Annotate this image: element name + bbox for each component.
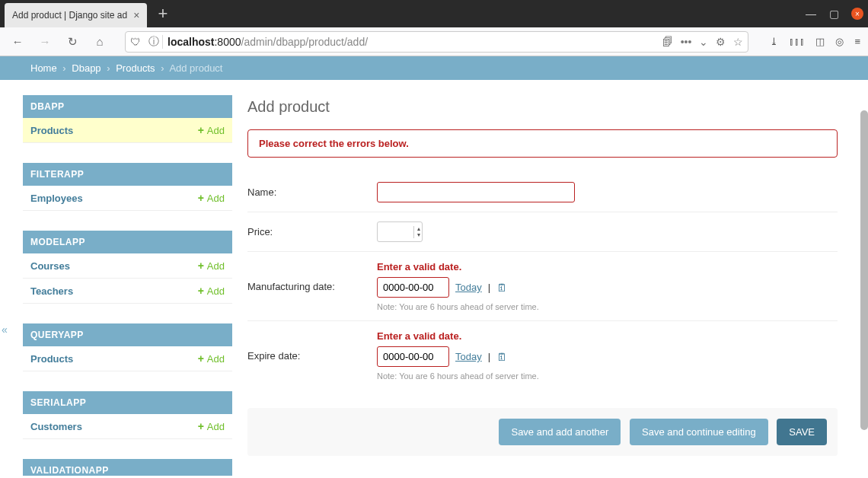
sidebar-item-label: Employees <box>30 193 83 204</box>
plus-icon: + <box>198 285 204 297</box>
sidebar-toggle-icon[interactable]: ◫ <box>815 36 825 47</box>
back-button[interactable]: ← <box>8 32 27 52</box>
tab-close-icon[interactable]: × <box>133 9 139 21</box>
scrollbar[interactable] <box>860 80 868 476</box>
sidebar-item-products[interactable]: Products +Add <box>23 118 232 143</box>
add-link[interactable]: +Add <box>198 124 225 136</box>
plus-icon: + <box>198 260 204 272</box>
scrollbar-thumb[interactable] <box>860 110 868 430</box>
spinner-icon[interactable]: ▴▾ <box>413 226 420 238</box>
label-mfg-date: Manufacturing date: <box>247 261 377 292</box>
sidebar-item-label: Courses <box>30 260 70 272</box>
sidebar-app-head[interactable]: VALIDATIONAPP <box>23 459 232 476</box>
sidebar-app-head[interactable]: FILTERAPP <box>23 163 232 186</box>
breadcrumb-current: Add product <box>169 62 222 74</box>
url-bar[interactable]: 🛡 ⓘ localhost:8000/admin/dbapp/product/a… <box>125 31 748 53</box>
mfg-date-input[interactable] <box>377 277 449 298</box>
content: « DBAPP Products +Add FILTERAPP Employee… <box>0 80 868 476</box>
sidebar-item-courses[interactable]: Courses +Add <box>23 253 232 279</box>
sidebar-item-label: Teachers <box>30 285 73 297</box>
add-link[interactable]: +Add <box>198 192 225 204</box>
sidebar-item-label: Products <box>30 353 73 365</box>
page: Home › Dbapp › Products › Add product « … <box>0 56 868 478</box>
form-row-price: Price: ▴▾ <box>247 212 838 252</box>
exp-today-link[interactable]: Today <box>455 351 482 362</box>
url-text: localhost:8000/admin/dbapp/product/add/ <box>168 36 368 48</box>
browser-toolbar: ← → ↻ ⌂ 🛡 ⓘ localhost:8000/admin/dbapp/p… <box>0 27 868 56</box>
add-link[interactable]: +Add <box>198 352 225 365</box>
download-icon[interactable]: ⤓ <box>770 36 778 47</box>
shield-icon[interactable]: 🛡 <box>130 36 141 48</box>
library-icon[interactable]: ⫿⫿⫿ <box>789 36 805 47</box>
label-price: Price: <box>247 221 377 237</box>
sidebar-item-teachers[interactable]: Teachers +Add <box>23 279 232 304</box>
home-button[interactable]: ⌂ <box>90 32 110 52</box>
form-row-name: Name: <box>247 173 838 212</box>
form-row-mfg-date: Manufacturing date: Enter a valid date. … <box>247 252 838 321</box>
error-exp-date: Enter a valid date. <box>377 330 838 342</box>
sidebar-item-products-query[interactable]: Products +Add <box>23 346 232 371</box>
sidebar-item-employees[interactable]: Employees +Add <box>23 186 232 211</box>
bookmark-icon[interactable]: ☆ <box>733 36 743 48</box>
sidebar-item-label: Customers <box>30 421 82 432</box>
tab-title: Add product | Django site ad <box>12 10 127 21</box>
forward-button[interactable]: → <box>35 32 55 52</box>
calendar-icon[interactable]: 🗓 <box>496 351 507 363</box>
window-minimize-icon[interactable]: — <box>806 8 816 19</box>
separator: | <box>488 282 490 293</box>
window-maximize-icon[interactable]: ▢ <box>828 8 839 19</box>
name-input[interactable] <box>377 182 575 202</box>
sidebar-item-customers[interactable]: Customers +Add <box>23 414 232 439</box>
mfg-today-link[interactable]: Today <box>455 282 482 293</box>
menu-icon[interactable]: ≡ <box>854 36 860 47</box>
price-input[interactable] <box>383 224 410 240</box>
browser-tabbar: Add product | Django site ad × + — ▢ × <box>0 0 868 27</box>
save-add-another-button[interactable]: Save and add another <box>499 419 621 445</box>
bug-icon[interactable]: ⚙ <box>716 36 726 48</box>
sidebar-app-serialapp: SERIALAPP Customers +Add <box>23 391 232 439</box>
browser-tab[interactable]: Add product | Django site ad × <box>5 3 147 27</box>
window-controls: — ▢ × <box>806 8 863 20</box>
new-tab-button[interactable]: + <box>158 5 168 22</box>
save-button[interactable]: SAVE <box>777 419 827 445</box>
breadcrumb-home[interactable]: Home <box>30 62 57 74</box>
add-link[interactable]: +Add <box>198 260 225 272</box>
toolbar-right-icons: ⤓ ⫿⫿⫿ ◫ ◎ ≡ <box>770 36 860 47</box>
page-title: Add product <box>247 98 838 116</box>
pocket-icon[interactable]: ⌄ <box>699 36 708 48</box>
sidebar-app-queryapp: QUERYAPP Products +Add <box>23 323 232 371</box>
breadcrumb-model[interactable]: Products <box>116 62 155 74</box>
sidebar-app-filterapp: FILTERAPP Employees +Add <box>23 163 232 211</box>
plus-icon: + <box>198 352 204 365</box>
exp-date-input[interactable] <box>377 346 449 367</box>
label-exp-date: Expire date: <box>247 330 377 362</box>
url-host: localhost <box>168 36 214 48</box>
form-row-exp-date: Expire date: Enter a valid date. Today |… <box>247 321 838 390</box>
price-stepper[interactable]: ▴▾ <box>377 221 423 242</box>
sidebar-app-dbapp: DBAPP Products +Add <box>23 95 232 143</box>
plus-icon: + <box>198 192 204 204</box>
error-note: Please correct the errors below. <box>247 129 838 158</box>
helptext-mfg: Note: You are 6 hours ahead of server ti… <box>377 302 838 311</box>
label-name: Name: <box>247 182 377 198</box>
separator: | <box>488 351 490 362</box>
sidebar-item-label: Products <box>30 125 73 136</box>
save-continue-button[interactable]: Save and continue editing <box>630 419 768 445</box>
reload-button[interactable]: ↻ <box>62 32 82 52</box>
sidebar-collapse-icon[interactable]: « <box>2 323 8 336</box>
more-actions-icon[interactable]: ••• <box>681 36 692 48</box>
account-icon[interactable]: ◎ <box>835 36 844 47</box>
sidebar-app-head[interactable]: MODELAPP <box>23 231 232 253</box>
add-link[interactable]: +Add <box>198 420 225 432</box>
sidebar-app-head[interactable]: DBAPP <box>23 95 232 118</box>
add-link[interactable]: +Add <box>198 285 225 297</box>
info-icon[interactable]: ⓘ <box>145 35 163 49</box>
main-content: Add product Please correct the errors be… <box>232 80 868 476</box>
calendar-icon[interactable]: 🗓 <box>496 282 507 294</box>
sidebar-app-head[interactable]: QUERYAPP <box>23 323 232 346</box>
sidebar-app-head[interactable]: SERIALAPP <box>23 391 232 414</box>
plus-icon: + <box>198 420 204 432</box>
window-close-icon[interactable]: × <box>851 8 863 20</box>
breadcrumb-app[interactable]: Dbapp <box>72 62 101 74</box>
reader-mode-icon[interactable]: 🗐 <box>662 36 673 48</box>
